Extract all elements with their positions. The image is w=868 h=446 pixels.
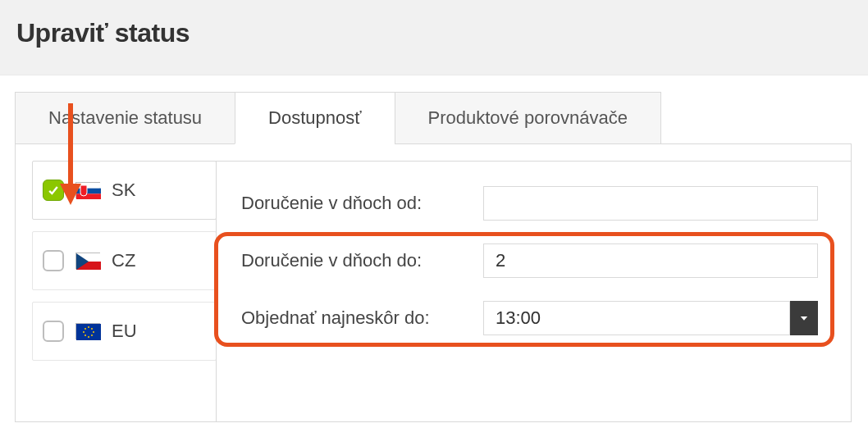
svg-point-10 [93, 331, 94, 333]
country-item-sk[interactable]: SK [32, 161, 217, 220]
row-order-until: Objednať najneskôr do: [241, 301, 818, 335]
svg-rect-2 [76, 193, 101, 199]
label-delivery-to: Doručenie v dňoch do: [241, 250, 483, 271]
svg-point-8 [88, 336, 89, 338]
tab-strip: Nastavenie statusu Dostupnosť Produktové… [15, 92, 868, 144]
tab-product-comparators[interactable]: Produktové porovnávače [395, 92, 661, 144]
dropdown-toggle-order-until[interactable] [790, 301, 818, 335]
country-code-label: CZ [112, 250, 135, 271]
input-delivery-to[interactable] [483, 243, 818, 278]
svg-point-12 [91, 328, 93, 330]
svg-point-11 [85, 328, 86, 330]
row-delivery-to: Doručenie v dňoch do: [241, 243, 818, 278]
chevron-down-icon [798, 312, 810, 324]
input-delivery-from[interactable] [483, 186, 818, 221]
availability-form: Doručenie v dňoch od: Doručenie v dňoch … [216, 161, 851, 421]
label-delivery-from: Doručenie v dňoch od: [241, 193, 483, 214]
country-list: SK CZ [16, 161, 217, 421]
row-delivery-from: Doručenie v dňoch od: [241, 186, 818, 221]
checkbox-sk[interactable] [43, 180, 64, 201]
svg-point-13 [85, 334, 86, 336]
country-code-label: SK [112, 180, 135, 201]
page-title: Upraviť status [16, 18, 852, 48]
input-order-until[interactable] [483, 301, 790, 335]
checkbox-eu[interactable] [43, 321, 64, 342]
svg-point-7 [88, 326, 89, 328]
svg-point-9 [83, 331, 85, 333]
flag-sk-icon [75, 182, 100, 198]
page-header: Upraviť status [0, 0, 868, 75]
flag-cz-icon [75, 253, 100, 269]
flag-eu-icon [75, 323, 100, 339]
check-icon [47, 184, 60, 197]
label-order-until: Objednať najneskôr do: [241, 307, 483, 329]
country-item-cz[interactable]: CZ [32, 231, 217, 290]
country-code-label: EU [112, 321, 137, 342]
tab-status-settings[interactable]: Nastavenie statusu [15, 92, 235, 144]
svg-marker-15 [801, 316, 807, 321]
tab-availability[interactable]: Dostupnosť [235, 92, 395, 144]
svg-point-14 [91, 334, 93, 336]
checkbox-cz[interactable] [43, 250, 64, 271]
country-item-eu[interactable]: EU [32, 302, 217, 361]
tab-content: SK CZ [15, 143, 852, 422]
